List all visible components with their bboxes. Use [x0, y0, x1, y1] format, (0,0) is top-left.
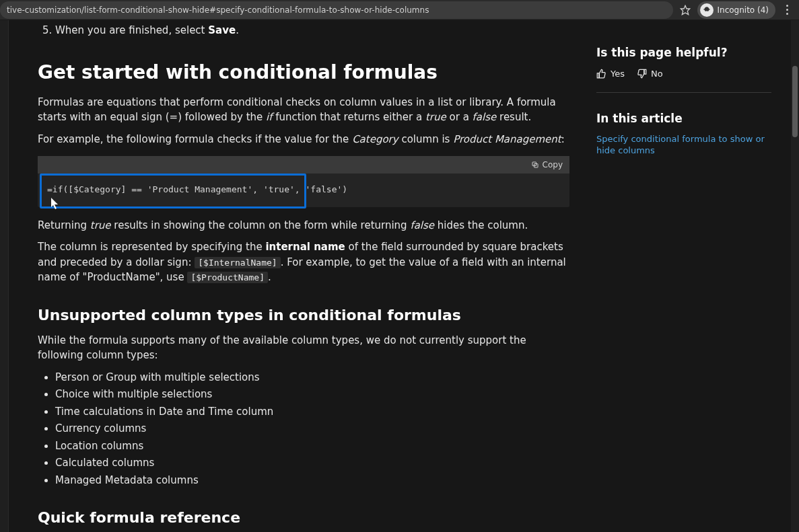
list-item: Person or Group with multiple selections	[55, 370, 569, 385]
paragraph: The column is represented by specifying …	[38, 239, 569, 285]
browser-menu-button[interactable]	[782, 2, 792, 17]
article-main: When you are finished, select Save. Get …	[38, 20, 569, 532]
browser-toolbar: tive-customization/list-form-conditional…	[0, 0, 799, 20]
incognito-icon	[700, 3, 714, 17]
thumbs-up-icon	[596, 69, 606, 79]
incognito-badge[interactable]: Incognito (4)	[697, 1, 776, 19]
code-block: Copy =if([$Category] == 'Product Managem…	[38, 156, 569, 207]
feedback-row: Yes No	[596, 67, 771, 81]
list-item: Managed Metadata columns	[55, 473, 569, 488]
browser-toolbar-right: Incognito (4)	[676, 1, 800, 19]
bookmark-star-icon[interactable]	[680, 5, 691, 15]
toc-link-specify-formula[interactable]: Specify conditional formula to show or h…	[596, 133, 771, 157]
url-text: tive-customization/list-form-conditional…	[7, 4, 429, 16]
svg-marker-0	[681, 5, 689, 14]
heading-quick-reference: Quick formula reference	[38, 506, 569, 529]
heading-get-started: Get started with conditional formulas	[38, 59, 569, 87]
thumbs-down-icon	[637, 69, 647, 79]
inline-code: [$InternalName]	[195, 257, 280, 268]
paragraph: Formulas are equations that perform cond…	[38, 95, 569, 125]
page-viewport: When you are finished, select Save. Get …	[0, 20, 799, 532]
list-item: Currency columns	[55, 421, 569, 436]
right-sidebar: Is this page helpful? Yes No In this art…	[596, 20, 771, 532]
steps-list: When you are finished, select Save.	[38, 23, 569, 38]
heading-unsupported: Unsupported column types in conditional …	[38, 304, 569, 326]
address-bar[interactable]: tive-customization/list-form-conditional…	[0, 1, 673, 19]
list-item: Time calculations in Date and Time colum…	[55, 404, 569, 420]
feedback-no-button[interactable]: No	[637, 67, 663, 81]
paragraph: While the formula supports many of the a…	[38, 333, 569, 363]
helpful-heading: Is this page helpful?	[596, 44, 771, 62]
list-item: Location columns	[55, 439, 569, 454]
copy-button[interactable]: Copy	[531, 159, 563, 171]
inline-code: [$ProductName]	[187, 272, 268, 283]
feedback-yes-button[interactable]: Yes	[596, 67, 625, 81]
paragraph: For example, the following formula check…	[38, 132, 569, 147]
unsupported-list: Person or Group with multiple selections…	[38, 370, 569, 488]
list-item: Choice with multiple selections	[55, 387, 569, 402]
paragraph: Returning true results in showing the co…	[38, 218, 569, 233]
incognito-label: Incognito (4)	[718, 4, 769, 16]
list-item: When you are finished, select Save.	[55, 23, 569, 38]
list-item: Calculated columns	[55, 455, 569, 471]
copy-icon	[531, 161, 539, 169]
in-this-article-heading: In this article	[596, 110, 771, 128]
code-content[interactable]: =if([$Category] == 'Product Management',…	[38, 174, 569, 207]
